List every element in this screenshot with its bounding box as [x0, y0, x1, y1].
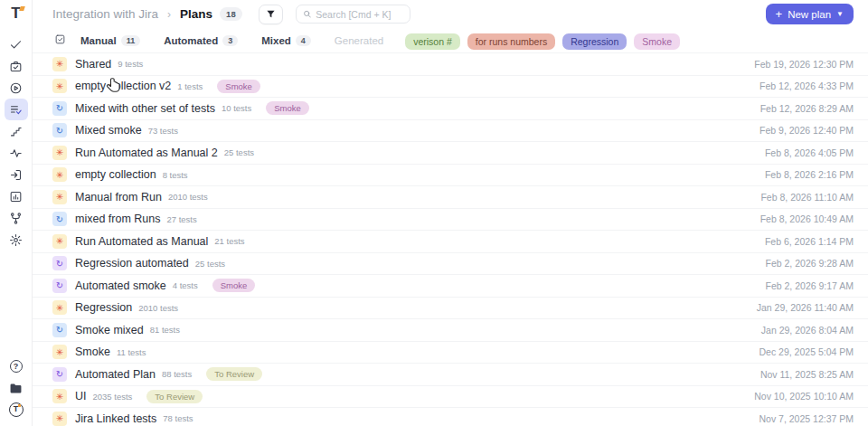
folder-icon[interactable]	[5, 377, 28, 399]
help-icon[interactable]: ?	[5, 355, 28, 377]
tab-generated[interactable]: Generated	[326, 35, 392, 46]
plan-updated-date: Feb 8, 2026 10:49 AM	[760, 213, 854, 224]
plan-row[interactable]: ✳Smoke11 testsDec 29, 2025 5:04 PM	[33, 342, 868, 364]
mixed-plan-icon: ↻	[52, 123, 67, 137]
tab-mixed[interactable]: Mixed 4	[252, 35, 320, 46]
plan-name[interactable]: UI	[75, 390, 87, 402]
briefcase-check-icon[interactable]	[5, 55, 28, 77]
automated-plan-icon: ↻	[52, 367, 67, 382]
account-avatar-icon[interactable]: T	[5, 399, 28, 421]
manual-plan-icon: ✳	[52, 57, 67, 71]
plan-row[interactable]: ✳Jira Linked tests78 testsNov 7, 2025 12…	[33, 408, 868, 426]
plan-row[interactable]: ↻Smoke mixed81 testsJan 29, 2026 8:04 AM	[33, 319, 868, 342]
plan-row[interactable]: ✳Run Automated as Manual 225 testsFeb 8,…	[33, 142, 868, 165]
funnel-icon	[266, 9, 276, 19]
plan-tag-smoke[interactable]: Smoke	[212, 279, 256, 292]
plan-name[interactable]: Regression automated	[75, 257, 189, 270]
plan-row[interactable]: ✳empty collection8 testsFeb 8, 2026 2:16…	[33, 165, 868, 187]
filter-chip-verison-[interactable]: verison #	[405, 33, 460, 50]
automated-plan-icon: ↻	[52, 256, 67, 270]
plan-name[interactable]: Manual from Run	[75, 191, 162, 204]
plan-row[interactable]: ✳Regression2010 testsJan 29, 2026 11:40 …	[33, 298, 868, 320]
plan-row[interactable]: ✳empty collection v21 testsSmokeFeb 12, …	[33, 76, 868, 99]
plan-tests-count: 88 tests	[162, 369, 192, 379]
plan-tag-smoke[interactable]: Smoke	[217, 80, 260, 93]
plan-name[interactable]: empty collection	[75, 168, 156, 181]
plan-name[interactable]: Regression	[75, 301, 132, 314]
plan-tests-count: 10 tests	[222, 103, 251, 113]
plan-tag-to-review[interactable]: To Review	[146, 390, 203, 403]
manual-plan-icon: ✳	[52, 190, 67, 204]
filter-button[interactable]	[259, 5, 283, 24]
manual-plan-icon: ✳	[52, 146, 67, 160]
import-icon[interactable]	[5, 164, 28, 185]
plan-name[interactable]: Mixed with other set of tests	[75, 102, 215, 115]
tab-manual[interactable]: Manual 11	[71, 35, 149, 46]
pulse-icon[interactable]	[5, 142, 28, 164]
plan-tests-count: 21 tests	[214, 236, 244, 246]
plan-updated-date: Feb 19, 2026 12:30 PM	[754, 59, 854, 70]
filter-chip-regression[interactable]: Regression	[562, 33, 627, 50]
plan-updated-date: Nov 10, 2025 10:10 AM	[754, 391, 854, 402]
plan-name[interactable]: Smoke mixed	[75, 324, 144, 336]
plan-name[interactable]: Automated smoke	[75, 279, 166, 292]
branch-icon[interactable]	[5, 207, 28, 229]
plan-name[interactable]: Jira Linked tests	[75, 412, 156, 425]
plan-name[interactable]: empty collection v2	[75, 80, 171, 92]
plus-icon: +	[776, 8, 783, 20]
search-box[interactable]	[296, 5, 410, 24]
new-plan-button[interactable]: + New plan ▼	[766, 4, 854, 24]
plan-row[interactable]: ✳Manual from Run2010 testsFeb 8, 2026 11…	[33, 186, 868, 209]
plan-tag-smoke[interactable]: Smoke	[266, 101, 309, 115]
plan-filters-row: Manual 11 Automated 3 Mixed 4 Generated …	[33, 28, 868, 52]
plan-row[interactable]: ↻Mixed with other set of tests10 testsSm…	[33, 98, 868, 120]
plan-tests-count: 27 tests	[166, 214, 196, 224]
plan-tests-count: 11 tests	[117, 347, 146, 357]
plan-name[interactable]: Shared	[75, 58, 111, 71]
plan-updated-date: Feb 2, 2026 9:17 AM	[766, 280, 854, 291]
filter-chip-for-runs-numbers[interactable]: for runs numbers	[467, 33, 555, 50]
plan-tests-count: 8 tests	[163, 170, 188, 180]
select-all-icon[interactable]	[54, 33, 66, 49]
plan-name[interactable]: Run Automated as Manual 2	[75, 147, 218, 159]
plan-name[interactable]: Automated Plan	[75, 368, 156, 381]
plan-row[interactable]: ↻Automated Plan88 testsTo ReviewNov 11, …	[33, 364, 868, 386]
plan-row[interactable]: ✳Run Automated as Manual21 testsFeb 6, 2…	[33, 231, 868, 253]
plan-row[interactable]: ↻mixed from Runs27 testsFeb 8, 2026 10:4…	[33, 209, 868, 232]
steps-icon[interactable]	[5, 120, 28, 142]
plan-name[interactable]: mixed from Runs	[75, 213, 160, 225]
logo-notch	[19, 6, 25, 11]
plans-list-check-icon[interactable]	[5, 99, 28, 120]
check-icon[interactable]	[5, 33, 28, 55]
play-circle-icon[interactable]	[5, 77, 28, 99]
breadcrumb-parent[interactable]: Integration with Jira	[52, 7, 158, 21]
plan-row[interactable]: ↻Automated smoke4 testsSmokeFeb 2, 2026 …	[33, 275, 868, 298]
search-input[interactable]	[316, 9, 402, 20]
plan-tests-count: 78 tests	[163, 413, 193, 423]
mixed-plan-icon: ↻	[52, 323, 67, 337]
plan-row[interactable]: ↻Regression automated25 testsFeb 2, 2026…	[33, 253, 868, 276]
plan-row[interactable]: ✳Shared9 testsFeb 19, 2026 12:30 PM	[33, 53, 868, 76]
app-window: T ? T Integration	[0, 0, 868, 426]
plan-name[interactable]: Mixed smoke	[75, 124, 142, 137]
testomat-logo[interactable]: T	[7, 5, 25, 23]
plan-name[interactable]: Run Automated as Manual	[75, 235, 208, 248]
plan-tag-to-review[interactable]: To Review	[206, 367, 262, 381]
plan-tests-count: 2035 tests	[93, 392, 133, 402]
gear-icon[interactable]	[5, 229, 28, 251]
filter-chip-smoke[interactable]: Smoke	[634, 33, 680, 50]
plan-row[interactable]: ↻Mixed smoke73 testsFeb 9, 2026 12:40 PM	[33, 120, 868, 143]
manual-plan-icon: ✳	[52, 300, 67, 315]
main-area: Integration with Jira › Plans 18 + New p…	[33, 0, 868, 426]
plan-updated-date: Jan 29, 2026 8:04 AM	[761, 325, 854, 336]
icon-sidebar: T ? T	[0, 0, 33, 426]
report-chart-icon[interactable]	[5, 185, 28, 207]
plan-updated-date: Feb 12, 2026 8:29 AM	[760, 103, 854, 114]
manual-plan-icon: ✳	[52, 389, 67, 403]
tab-manual-count: 11	[121, 35, 141, 46]
plan-row[interactable]: ✳UI2035 testsTo ReviewNov 10, 2025 10:10…	[33, 386, 868, 409]
breadcrumb-separator: ›	[167, 8, 171, 21]
tab-automated[interactable]: Automated 3	[155, 35, 247, 46]
plan-tests-count: 73 tests	[148, 126, 178, 136]
plan-name[interactable]: Smoke	[75, 346, 110, 358]
